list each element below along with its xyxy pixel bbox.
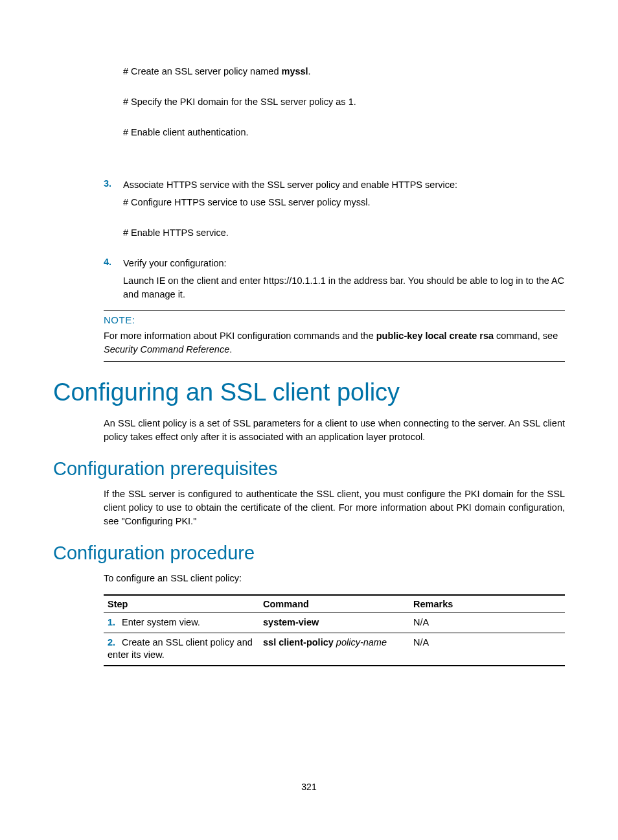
table-header-command: Command — [259, 595, 409, 613]
table-header-remarks: Remarks — [409, 595, 565, 613]
table-row: 1.Enter system view. system-view N/A — [104, 613, 565, 633]
table-cell-step: 2.Create an SSL client policy and enter … — [104, 633, 259, 666]
procedure-table: Step Command Remarks 1.Enter system view… — [104, 594, 565, 666]
step-substep: # Create an SSL server policy named myss… — [123, 65, 565, 78]
table-cell-command: ssl client-policy policy-name — [259, 633, 409, 666]
page-content: # Create an SSL server policy named myss… — [0, 0, 618, 666]
table-cell-remarks: N/A — [409, 633, 565, 666]
step-text: Associate HTTPS service with the SSL ser… — [123, 178, 565, 192]
heading-configuring-ssl-client-policy: Configuring an SSL client policy — [53, 379, 565, 406]
step-4: 4. Verify your configuration: — [104, 257, 565, 270]
step-substep: # Enable client authentication. — [123, 126, 565, 139]
table-cell-command: system-view — [259, 613, 409, 633]
step-substep: # Specify the PKI domain for the SSL ser… — [123, 95, 565, 109]
heading-configuration-prerequisites: Configuration prerequisites — [53, 458, 565, 480]
note-box: NOTE: For more information about PKI con… — [104, 310, 565, 362]
step-substep: # Enable HTTPS service. — [123, 226, 565, 240]
step-text: Verify your configuration: — [123, 257, 565, 270]
step-3: 3. Associate HTTPS service with the SSL … — [104, 178, 565, 192]
page-number: 321 — [0, 782, 618, 792]
step-substep: Launch IE on the client and enter https:… — [123, 274, 565, 301]
table-header-step: Step — [104, 595, 259, 613]
step-substep: # Configure HTTPS service to use SSL ser… — [123, 196, 565, 209]
note-text: For more information about PKI configura… — [104, 329, 565, 356]
step-number: 4. — [104, 257, 123, 270]
table-header-row: Step Command Remarks — [104, 595, 565, 613]
table-cell-remarks: N/A — [409, 613, 565, 633]
note-label: NOTE: — [104, 314, 565, 325]
table-row: 2.Create an SSL client policy and enter … — [104, 633, 565, 666]
paragraph: If the SSL server is configured to authe… — [104, 487, 565, 528]
paragraph: To configure an SSL client policy: — [104, 572, 565, 585]
step-number: 3. — [104, 178, 123, 192]
heading-configuration-procedure: Configuration procedure — [53, 542, 565, 564]
paragraph: An SSL client policy is a set of SSL par… — [104, 417, 565, 444]
table-cell-step: 1.Enter system view. — [104, 613, 259, 633]
